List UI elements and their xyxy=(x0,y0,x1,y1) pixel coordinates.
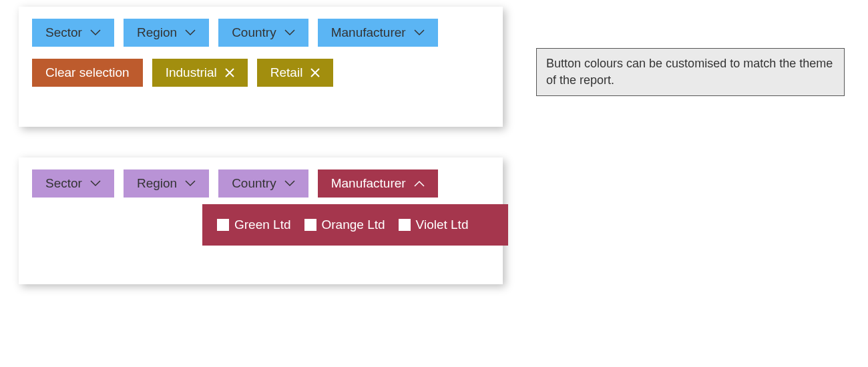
chevron-down-icon xyxy=(185,29,196,36)
country-label: Country xyxy=(232,25,276,40)
chevron-down-icon xyxy=(284,180,295,187)
manufacturer-dropdown-pane: Green Ltd Orange Ltd Violet Ltd xyxy=(202,204,508,246)
chevron-down-icon xyxy=(90,29,101,36)
option-green-ltd[interactable]: Green Ltd xyxy=(217,218,291,232)
chevron-down-icon xyxy=(284,29,295,36)
chip-retail[interactable]: Retail xyxy=(257,59,334,87)
checkbox-icon[interactable] xyxy=(399,219,411,231)
region-dropdown-button[interactable]: Region xyxy=(124,169,209,198)
country-dropdown-button[interactable]: Country xyxy=(218,19,308,47)
region-label: Region xyxy=(137,176,177,191)
sector-dropdown-button[interactable]: Sector xyxy=(32,19,114,47)
manufacturer-dropdown-button[interactable]: Manufacturer xyxy=(318,19,438,47)
info-note-text: Button colours can be customised to matc… xyxy=(546,57,833,87)
region-label: Region xyxy=(137,25,177,40)
filter-row: Sector Region Country Manufacturer xyxy=(32,19,489,47)
checkbox-icon[interactable] xyxy=(304,219,316,231)
info-note: Button colours can be customised to matc… xyxy=(536,48,845,96)
chevron-down-icon xyxy=(185,180,196,187)
manufacturer-label: Manufacturer xyxy=(331,176,406,191)
close-icon[interactable] xyxy=(310,68,320,77)
filter-panel-purple: Sector Region Country Manufacturer xyxy=(19,157,503,284)
sector-dropdown-button[interactable]: Sector xyxy=(32,169,114,198)
filter-row: Sector Region Country Manufacturer xyxy=(32,169,489,198)
option-orange-ltd[interactable]: Orange Ltd xyxy=(304,218,385,232)
sector-label: Sector xyxy=(45,176,82,191)
manufacturer-label: Manufacturer xyxy=(331,25,406,40)
country-dropdown-button[interactable]: Country xyxy=(218,169,308,198)
clear-selection-label: Clear selection xyxy=(45,65,130,80)
filter-panel-blue: Sector Region Country Manufacturer Cle xyxy=(19,7,503,127)
close-icon[interactable] xyxy=(225,68,234,77)
clear-selection-button[interactable]: Clear selection xyxy=(32,59,143,87)
option-violet-ltd[interactable]: Violet Ltd xyxy=(399,218,469,232)
option-label: Orange Ltd xyxy=(322,218,385,232)
option-label: Violet Ltd xyxy=(416,218,469,232)
manufacturer-dropdown-button-open[interactable]: Manufacturer xyxy=(318,169,438,198)
option-label: Green Ltd xyxy=(234,218,291,232)
chip-industrial-label: Industrial xyxy=(166,65,217,80)
country-label: Country xyxy=(232,176,276,191)
chevron-down-icon xyxy=(414,29,425,36)
selection-row: Clear selection Industrial Retail xyxy=(32,59,489,87)
chevron-up-icon xyxy=(414,180,425,187)
chip-retail-label: Retail xyxy=(270,65,303,80)
region-dropdown-button[interactable]: Region xyxy=(124,19,209,47)
sector-label: Sector xyxy=(45,25,82,40)
chevron-down-icon xyxy=(90,180,101,187)
chip-industrial[interactable]: Industrial xyxy=(152,59,248,87)
checkbox-icon[interactable] xyxy=(217,219,229,231)
